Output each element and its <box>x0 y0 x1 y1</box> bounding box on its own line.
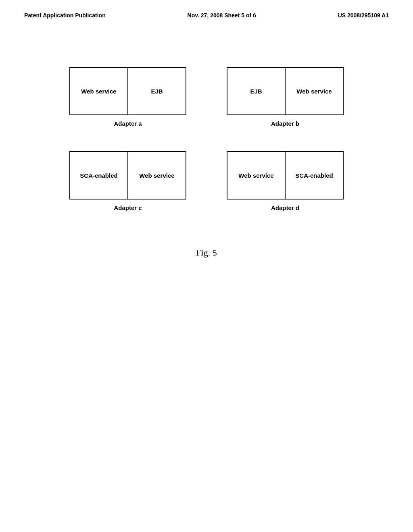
adapter-a-box: Web service EJB <box>69 67 186 115</box>
adapter-a-cell-2: EJB <box>128 68 186 114</box>
adapter-a-cell-1: Web service <box>70 68 128 114</box>
adapter-b-label: Adapter b <box>271 120 299 127</box>
page: Patent Application Publication Nov. 27, … <box>0 0 413 532</box>
adapter-c-box: SCA-enabled Web service <box>69 151 186 200</box>
adapter-a-label: Adapter a <box>114 120 142 127</box>
header-center: Nov. 27, 2008 Sheet 5 of 6 <box>188 12 256 19</box>
adapter-c-group: SCA-enabled Web service Adapter c <box>69 151 186 211</box>
adapter-c-cell-2: Web service <box>128 152 186 199</box>
header-right: US 2008/295109 A1 <box>338 12 389 19</box>
adapter-b-cell-1: EJB <box>227 68 286 114</box>
adapter-d-label: Adapter d <box>271 204 299 211</box>
adapter-b-group: EJB Web service Adapter b <box>227 67 344 127</box>
adapter-d-cell-1: Web service <box>227 152 286 199</box>
adapter-b-box: EJB Web service <box>227 67 344 115</box>
adapter-c-cell-1: SCA-enabled <box>70 152 128 199</box>
figure-label: Fig. 5 <box>196 247 217 258</box>
adapter-row-1: Web service EJB Adapter a EJB Web servic… <box>24 67 389 127</box>
adapter-b-cell-2: Web service <box>286 68 343 114</box>
page-header: Patent Application Publication Nov. 27, … <box>24 12 389 19</box>
header-left: Patent Application Publication <box>24 12 106 19</box>
adapter-d-cell-2: SCA-enabled <box>286 152 343 199</box>
adapter-d-group: Web service SCA-enabled Adapter d <box>227 151 344 211</box>
adapter-c-label: Adapter c <box>114 204 142 211</box>
content-area: Web service EJB Adapter a EJB Web servic… <box>24 67 389 258</box>
adapter-d-box: Web service SCA-enabled <box>227 151 344 200</box>
adapter-a-group: Web service EJB Adapter a <box>69 67 186 127</box>
adapter-row-2: SCA-enabled Web service Adapter c Web se… <box>24 151 389 211</box>
